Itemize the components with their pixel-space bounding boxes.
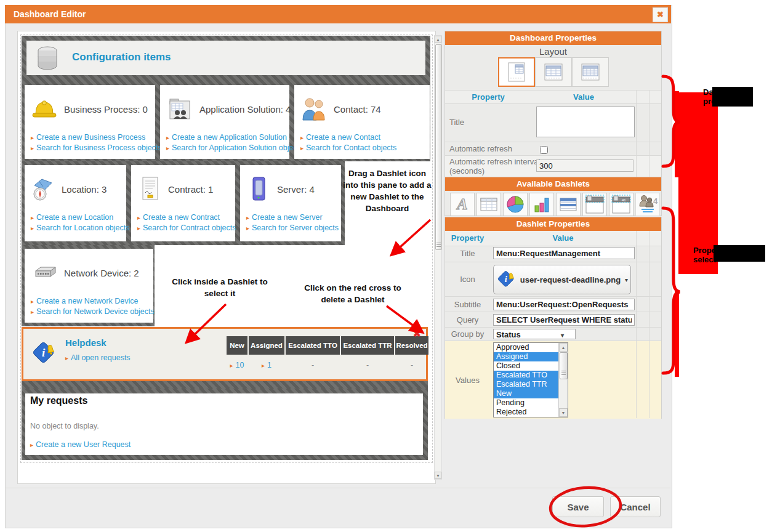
text-dashlet-icon[interactable]: A — [450, 193, 475, 216]
value-option[interactable]: Pending — [494, 398, 558, 408]
create-application-solution-link[interactable]: Create a new Application Solution — [172, 133, 287, 142]
save-button[interactable]: Save — [552, 496, 604, 517]
helpdesk-title: Helpdesk — [65, 337, 107, 348]
header-count-dashlet-icon[interactable]: 41 — [609, 193, 633, 216]
bar-chart-dashlet-icon[interactable] — [529, 193, 554, 216]
tile-business-process[interactable]: Business Process: 0 ▸Create a new Busine… — [25, 85, 155, 159]
config-items-dashlet[interactable]: Configuration items — [26, 41, 425, 75]
search-contact-link[interactable]: Search for Contact objects — [306, 143, 396, 152]
contract-icon — [137, 175, 162, 203]
pie-chart-dashlet-icon[interactable] — [503, 193, 528, 216]
listbox-scrollbar[interactable]: ▲ ▼ — [558, 343, 568, 417]
search-business-process-link[interactable]: Search for Business Process objects — [36, 143, 162, 152]
available-dashlets-section: Available Dashlets A — [444, 177, 662, 216]
redaction-box — [714, 245, 765, 262]
chevron-down-icon: ▾ — [561, 331, 564, 340]
redaction-box — [712, 87, 753, 107]
my-requests-dashlet[interactable]: My requests No object to display. ▸Creat… — [22, 389, 428, 460]
scrollbar-up-icon[interactable]: ▲ — [559, 343, 568, 352]
tile-contact[interactable]: Contact: 74 ▸Create a new Contact ▸Searc… — [294, 85, 430, 159]
value-option[interactable]: Approved — [494, 343, 558, 352]
create-user-request-link[interactable]: ▸Create a new User Request — [30, 440, 131, 449]
bullet-icon: ▸ — [31, 145, 34, 151]
property-column-header: Property — [445, 92, 531, 102]
dashboard-title-input[interactable] — [536, 107, 635, 137]
tile-application-solution[interactable]: Application Solution: 4 ▸Create a new Ap… — [160, 85, 289, 159]
value-option[interactable]: New — [494, 389, 558, 398]
create-business-process-link[interactable]: Create a new Business Process — [36, 133, 145, 142]
create-location-link[interactable]: Create a new Location — [36, 213, 113, 222]
table-dashlet-icon[interactable] — [476, 193, 501, 216]
icon-dropdown-button[interactable]: i user-request-deadline.png ▾ — [493, 265, 631, 294]
layout-option-two-columns[interactable] — [535, 57, 572, 87]
tile-server[interactable]: Server: 4 ▸Create a new Server ▸Search f… — [240, 165, 341, 241]
bullet-icon: ▸ — [31, 225, 34, 232]
user-request-deadline-icon: i — [496, 269, 516, 290]
value-option[interactable]: Assigned — [494, 352, 558, 361]
dashlet-query-input[interactable] — [493, 314, 635, 326]
properties-table-header: Property Value — [445, 90, 661, 104]
stat-value-resolved: - — [395, 361, 428, 369]
red-highlight-bar — [675, 291, 679, 377]
value-option[interactable]: Closed — [494, 361, 558, 371]
scrollbar-thumb[interactable] — [435, 44, 442, 250]
dashlet-subtitle-input[interactable] — [493, 299, 635, 310]
stat-value-new[interactable]: ▸10 — [227, 361, 247, 369]
bullet-icon: ▸ — [166, 145, 169, 151]
values-multiselect[interactable]: Approved Assigned Closed Escalated TTO E… — [493, 342, 568, 417]
all-open-requests-link[interactable]: ▸All open requests — [65, 353, 131, 362]
dashlet-title-row: Title — [445, 246, 661, 262]
badge-dashlet-icon[interactable]: 4 — [635, 193, 660, 216]
bullet-icon: ▸ — [31, 214, 34, 221]
layout-option-one-column[interactable] — [498, 57, 535, 87]
table-extra-column-divider — [649, 231, 649, 418]
auto-refresh-checkbox[interactable] — [540, 146, 548, 154]
dashlet-subtitle-row: Subtitle — [445, 296, 661, 312]
group-by-select[interactable]: Status ▾ — [493, 329, 576, 339]
svg-text:4: 4 — [653, 196, 658, 206]
tile-location[interactable]: Location: 3 ▸Create a new Location ▸Sear… — [25, 165, 126, 241]
value-option[interactable]: Escalated TTO — [494, 371, 558, 380]
scrollbar-down-icon[interactable]: ▼ — [435, 472, 441, 479]
create-server-link[interactable]: Create a new Server — [252, 213, 323, 222]
column-header: Escalated TTO — [286, 336, 340, 355]
search-server-link[interactable]: Search for Server objects — [252, 224, 339, 232]
delete-dashlet-red-cross-icon[interactable]: ✖ — [413, 328, 421, 339]
stat-value-assigned[interactable]: ▸1 — [249, 361, 284, 369]
layout-option-three-columns[interactable] — [572, 57, 609, 87]
value-option[interactable]: Escalated TTR — [494, 380, 558, 389]
tile-title: Network Device: 2 — [64, 268, 139, 278]
scrollbar-down-icon[interactable]: ▼ — [559, 408, 568, 417]
dashlet-table-header: Property Value — [445, 231, 661, 246]
grouped-table-dashlet-icon[interactable] — [556, 193, 581, 216]
dashlet-groupby-row: Group by Status ▾ — [445, 327, 661, 341]
tile-network-device[interactable]: Network Device: 2 ▸Create a new Network … — [25, 249, 153, 323]
cancel-button[interactable]: Cancel — [610, 496, 661, 517]
refresh-interval-row: Automatic refresh interval (seconds) — [445, 155, 661, 177]
layout-three-columns-icon — [581, 63, 600, 81]
search-contract-link[interactable]: Search for Contract objects — [143, 224, 236, 232]
annotation-drag-dashlet: Drag a Dashlet icon into this pane to ad… — [342, 167, 432, 214]
create-contract-link[interactable]: Create a new Contract — [143, 213, 220, 222]
helpdesk-dashlet[interactable]: i Helpdesk ▸All open requests New Assign… — [22, 327, 428, 381]
create-network-device-link[interactable]: Create a new Network Device — [36, 297, 138, 305]
create-contact-link[interactable]: Create a new Contact — [306, 133, 380, 142]
scrollbar-thumb[interactable] — [560, 352, 568, 379]
search-network-device-link[interactable]: Search for Network Device objects — [36, 307, 155, 316]
scrollbar-up-icon[interactable]: ▲ — [435, 36, 441, 43]
tile-contract[interactable]: Contract: 1 ▸Create a new Contract ▸Sear… — [131, 165, 235, 241]
application-solution-icon — [166, 95, 193, 123]
refresh-interval-input[interactable] — [536, 159, 633, 172]
icon-filename: user-request-deadline.png — [520, 275, 621, 284]
dashlet-title-input[interactable] — [493, 247, 635, 259]
dialog-close-button[interactable]: ✖ — [653, 7, 668, 22]
search-location-link[interactable]: Search for Location objects — [36, 224, 129, 232]
location-icon — [31, 175, 55, 203]
value-option[interactable]: Rejected — [494, 408, 558, 417]
bullet-icon: ▸ — [246, 225, 249, 232]
dashboard-properties-section: Dashboard Properties Layout Proper — [444, 31, 662, 177]
table-extra-column-divider — [649, 90, 649, 177]
vertical-scrollbar[interactable]: ▲ ▼ — [434, 35, 442, 480]
header-dashlet-icon[interactable] — [582, 193, 607, 216]
search-application-solution-link[interactable]: Search for Application Solution objects — [172, 143, 303, 152]
